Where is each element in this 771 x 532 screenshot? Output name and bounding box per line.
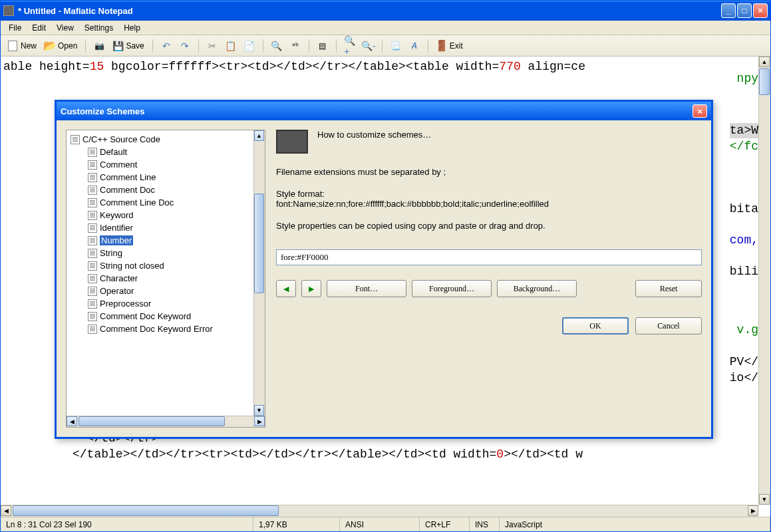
tree-item[interactable]: String not closed bbox=[67, 259, 265, 272]
font-button[interactable]: A bbox=[406, 39, 422, 53]
cut-button[interactable]: ✂ bbox=[204, 39, 220, 53]
tree-item[interactable]: Operator bbox=[67, 285, 265, 297]
tree-root[interactable]: C/C++ Source Code bbox=[67, 133, 265, 146]
font-button[interactable]: Font… bbox=[327, 280, 406, 297]
paste-icon: 📄 bbox=[244, 41, 255, 51]
scroll-down-icon[interactable]: ▼ bbox=[759, 494, 770, 505]
document-icon bbox=[88, 325, 97, 334]
tree-item-label: Operator bbox=[100, 286, 134, 296]
close-button[interactable]: × bbox=[753, 3, 768, 18]
tree-item[interactable]: Comment Doc Keyword bbox=[67, 310, 265, 323]
style-buttons-row: ◀ ▶ Font… Foreground… Background… Reset bbox=[276, 280, 702, 297]
scroll-thumb[interactable] bbox=[759, 68, 770, 95]
cancel-button[interactable]: Cancel bbox=[635, 317, 702, 334]
help-copy: Style properties can be copied using cop… bbox=[276, 221, 702, 231]
menu-help[interactable]: Help bbox=[118, 22, 146, 34]
vertical-scrollbar[interactable]: ▲ ▼ bbox=[758, 57, 770, 505]
tree-item[interactable]: Comment Doc Keyword Error bbox=[67, 323, 265, 335]
dialog-body: C/C++ Source CodeDefaultCommentComment L… bbox=[57, 120, 711, 437]
replace-button[interactable]: ᵃᵇ bbox=[287, 39, 303, 53]
document-icon bbox=[88, 261, 97, 271]
tree-item[interactable]: Number bbox=[67, 234, 265, 247]
help-title: How to customize schemes… bbox=[317, 130, 702, 154]
copy-button[interactable]: 📋 bbox=[223, 39, 239, 53]
dialog-close-button[interactable]: × bbox=[693, 104, 707, 118]
document-icon bbox=[88, 236, 97, 245]
menu-edit[interactable]: Edit bbox=[27, 22, 51, 34]
tree-item[interactable]: Comment Line Doc bbox=[67, 196, 265, 209]
undo-button[interactable]: ↶ bbox=[158, 39, 174, 53]
menu-file[interactable]: File bbox=[3, 22, 27, 34]
help-extensions: Filename extensions must be separated by… bbox=[276, 167, 702, 177]
tool-button[interactable]: ▤ bbox=[315, 39, 331, 53]
copy-icon: 📋 bbox=[226, 41, 236, 51]
paste-button[interactable]: 📄 bbox=[241, 39, 257, 53]
scheme-detail-panel: How to customize schemes… Filename exten… bbox=[276, 130, 702, 428]
tree-vertical-scrollbar[interactable]: ▲ ▼ bbox=[253, 130, 265, 416]
foreground-button[interactable]: Foreground… bbox=[412, 280, 492, 297]
prev-button[interactable]: ◀ bbox=[276, 280, 296, 297]
tree-item-label: Number bbox=[100, 235, 133, 245]
find-button[interactable]: 🔍 bbox=[269, 39, 285, 53]
document-icon bbox=[88, 312, 97, 321]
tree-item[interactable]: Identifier bbox=[67, 221, 265, 234]
scroll-left-icon[interactable]: ◀ bbox=[67, 416, 77, 426]
help-format-label: Style format: bbox=[276, 189, 702, 199]
open-button[interactable]: 📂Open bbox=[42, 39, 80, 53]
tree-item-label: Comment Doc bbox=[100, 185, 155, 195]
scroll-right-icon[interactable]: ▶ bbox=[748, 505, 758, 516]
scroll-down-icon[interactable]: ▼ bbox=[254, 405, 264, 416]
tree-item-label: String bbox=[100, 248, 122, 258]
zoom-out-button[interactable]: 🔍- bbox=[361, 39, 377, 53]
document-icon bbox=[88, 223, 97, 233]
maximize-button[interactable]: □ bbox=[737, 3, 752, 18]
tree-item[interactable]: String bbox=[67, 247, 265, 259]
scroll-up-icon[interactable]: ▲ bbox=[254, 130, 264, 141]
tool-button[interactable]: 📷 bbox=[91, 39, 107, 53]
minimize-button[interactable]: _ bbox=[721, 3, 736, 18]
separator bbox=[336, 39, 337, 53]
tree-item[interactable]: Preprocessor bbox=[67, 297, 265, 310]
zoom-in-button[interactable]: 🔍+ bbox=[342, 39, 358, 53]
redo-button[interactable]: ↷ bbox=[177, 39, 193, 53]
menu-settings[interactable]: Settings bbox=[79, 22, 118, 34]
tree-item[interactable]: Default bbox=[67, 146, 265, 158]
scroll-up-icon[interactable]: ▲ bbox=[759, 57, 770, 67]
tree-item-label: Comment Line bbox=[100, 172, 156, 182]
tree-item[interactable]: Keyword bbox=[67, 209, 265, 221]
status-position: Ln 8 : 31 Col 23 Sel 190 bbox=[1, 517, 253, 531]
next-button[interactable]: ▶ bbox=[301, 280, 321, 297]
scroll-thumb[interactable] bbox=[254, 194, 264, 293]
new-button[interactable]: New bbox=[5, 39, 39, 53]
new-label: New bbox=[21, 41, 37, 51]
tree-item[interactable]: Comment bbox=[67, 158, 265, 171]
horizontal-scrollbar[interactable]: ◀ ▶ bbox=[1, 505, 758, 517]
background-button[interactable]: Background… bbox=[497, 280, 577, 297]
ok-button[interactable]: OK bbox=[562, 317, 629, 334]
scheme-tree-panel: C/C++ Source CodeDefaultCommentComment L… bbox=[66, 130, 265, 428]
scheme-tree[interactable]: C/C++ Source CodeDefaultCommentComment L… bbox=[67, 130, 265, 416]
cut-icon: ✂ bbox=[207, 41, 218, 51]
menu-view[interactable]: View bbox=[51, 22, 79, 34]
tree-item-label: String not closed bbox=[100, 261, 164, 271]
tree-item[interactable]: Comment Line bbox=[67, 171, 265, 184]
save-button[interactable]: 💾Save bbox=[110, 39, 146, 53]
document-icon bbox=[88, 173, 97, 182]
tree-horizontal-scrollbar[interactable]: ◀ ▶ bbox=[67, 416, 265, 427]
reset-button[interactable]: Reset bbox=[635, 280, 702, 297]
tool-button[interactable]: 📃 bbox=[388, 39, 404, 53]
scroll-left-icon[interactable]: ◀ bbox=[1, 505, 11, 516]
scroll-right-icon[interactable]: ▶ bbox=[254, 416, 265, 426]
scroll-thumb[interactable] bbox=[13, 505, 279, 516]
font-icon: A bbox=[409, 41, 420, 51]
document-icon bbox=[88, 186, 97, 195]
separator bbox=[263, 39, 263, 53]
page-icon: 📃 bbox=[390, 41, 401, 51]
scroll-thumb[interactable] bbox=[78, 416, 225, 426]
exit-button[interactable]: 🚪Exit bbox=[434, 39, 466, 53]
tree-item[interactable]: Character bbox=[67, 272, 265, 285]
separator bbox=[198, 39, 199, 53]
style-input[interactable] bbox=[276, 249, 702, 265]
document-icon bbox=[88, 198, 97, 207]
tree-item[interactable]: Comment Doc bbox=[67, 184, 265, 196]
